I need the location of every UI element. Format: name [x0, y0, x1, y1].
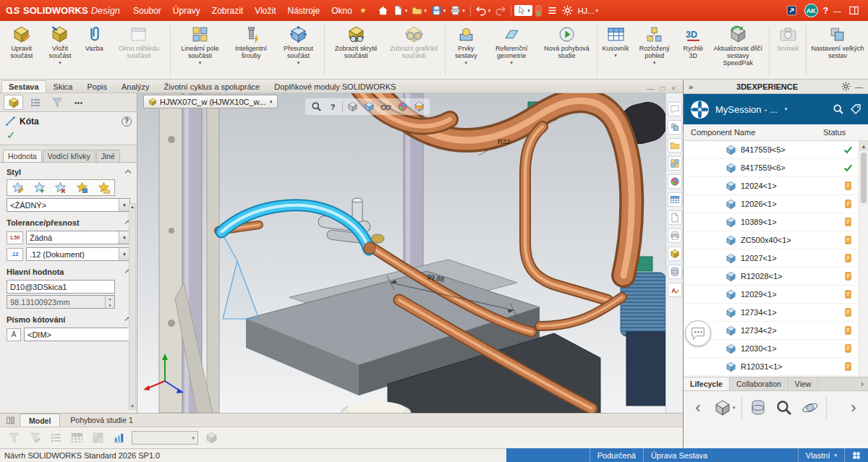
- style-load-icon[interactable]: [93, 180, 114, 195]
- component-row[interactable]: 12026<1>: [684, 195, 868, 213]
- component-row[interactable]: 8417559<6>: [684, 159, 868, 177]
- undo-icon[interactable]: ▾: [475, 3, 493, 19]
- ribbon-prvky-sestavy-button[interactable]: Prvky sestavy▾: [448, 23, 485, 78]
- component-row[interactable]: R12028<1>: [684, 268, 868, 286]
- ribbon-nastaveni-velkych-sestav-button[interactable]: Nastavení velkých sestav: [809, 23, 867, 78]
- display-style-icon[interactable]: [362, 100, 376, 114]
- property-manager-tab[interactable]: [4, 95, 23, 110]
- tab-pohybova-studie[interactable]: Pohybová studie 1: [61, 414, 141, 427]
- ribbon-inteligentni-srouby-button[interactable]: Inteligentní šrouby: [228, 23, 275, 78]
- component-row[interactable]: 12734<2>: [684, 322, 868, 340]
- document-switcher[interactable]: HJ...▾: [578, 7, 598, 15]
- open-document-icon[interactable]: ▾: [410, 3, 428, 19]
- pane-splitter-icons[interactable]: [3, 414, 18, 427]
- menu-upravy[interactable]: Úpravy: [167, 0, 206, 21]
- tab-popis[interactable]: Popis: [80, 80, 115, 93]
- dimension-font-section-header[interactable]: Písmo kótování: [0, 310, 137, 326]
- messages-icon[interactable]: [668, 102, 682, 116]
- ribbon-kusovnik-button[interactable]: Kusovník▾: [600, 23, 631, 78]
- search-model-button[interactable]: [774, 395, 794, 421]
- pdm-vault-icon[interactable]: [668, 265, 682, 279]
- options-list-icon[interactable]: [545, 3, 559, 19]
- view-orientation-icon[interactable]: [345, 100, 359, 114]
- panel-scrollbar[interactable]: ▲ ▼: [129, 203, 136, 410]
- ribbon-upravit-soucast-button[interactable]: Upravit součást: [1, 23, 42, 78]
- panes-layout-icon[interactable]: [847, 3, 861, 19]
- menu-zobrazit[interactable]: Zobrazit: [206, 0, 249, 21]
- ok-button[interactable]: ✓: [7, 129, 16, 141]
- scrollbar-thumb[interactable]: [861, 153, 867, 203]
- 3d-model-scene[interactable]: 99.88 R32: [137, 93, 665, 413]
- precision-dropdown[interactable]: .12 (Dokument)▾: [26, 247, 130, 261]
- filter-cube-icon[interactable]: [203, 430, 219, 446]
- scroll-up-icon[interactable]: ▲: [130, 205, 135, 209]
- tolerance-dropdown[interactable]: Žádná▾: [26, 231, 130, 244]
- assistant-bubble-button[interactable]: [685, 320, 711, 346]
- child-minimize-icon[interactable]: —: [647, 85, 654, 93]
- radius-text[interactable]: R32: [498, 137, 510, 145]
- annotations-icon[interactable]: A: [668, 283, 682, 297]
- tab-collaboration[interactable]: Collaboration: [730, 377, 788, 390]
- ribbon-vazba-button[interactable]: Vazba: [78, 23, 110, 78]
- component-row[interactable]: 12027<1>: [684, 249, 868, 268]
- design-library-icon[interactable]: [668, 120, 682, 134]
- tab-sestava[interactable]: Sestava: [1, 80, 46, 93]
- forward-arrow-icon[interactable]: ›: [843, 395, 864, 421]
- scroll-up-icon[interactable]: ▲: [859, 141, 868, 151]
- configuration-selector[interactable]: Vlastní▾: [798, 448, 844, 462]
- primary-value-section-header[interactable]: Hlavní hodnota: [0, 262, 137, 278]
- ribbon-aktualizovat-speedpak-button[interactable]: Aktualizovat dílčí sestavy SpeedPak: [709, 23, 767, 78]
- component-row[interactable]: 12024<1>: [684, 177, 868, 195]
- graphics-viewport[interactable]: 99.88 R32 HJWX07C_w (HJWX10C_w... ▾ ?: [137, 93, 665, 413]
- search-icon[interactable]: [833, 103, 844, 115]
- filter-dropdown[interactable]: ▾: [132, 431, 198, 445]
- statistics-chart-icon[interactable]: [111, 430, 127, 446]
- scroll-down-icon[interactable]: ▼: [130, 404, 135, 408]
- orbit-view-button[interactable]: [800, 395, 820, 421]
- zoom-help-icon[interactable]: ?: [326, 100, 340, 114]
- panel-minimize-icon[interactable]: —: [855, 82, 863, 91]
- 3ds-compass-icon[interactable]: [690, 100, 710, 119]
- zoom-fit-icon[interactable]: [309, 100, 323, 114]
- user-avatar[interactable]: AK: [804, 4, 818, 17]
- ribbon-nova-pohybova-studie-button[interactable]: Nová pohybová studie: [539, 23, 595, 78]
- document-tab[interactable]: HJWX07C_w (HJWX10C_w... ▾: [143, 95, 278, 108]
- save-icon[interactable]: ▾: [430, 3, 448, 19]
- tab-lifecycle[interactable]: Lifecycle: [684, 377, 730, 390]
- database-button[interactable]: [748, 395, 768, 421]
- documents-icon[interactable]: [668, 210, 682, 225]
- ribbon-rychle-3d-button[interactable]: Rychlé 3D: [677, 23, 709, 78]
- component-row[interactable]: 12029<1>: [684, 286, 868, 304]
- menu-vlozit[interactable]: Vložit: [249, 0, 281, 21]
- view-palette-icon[interactable]: [668, 156, 682, 171]
- edit-appearance-icon[interactable]: [395, 100, 409, 114]
- rebuild-indicator-icon[interactable]: [535, 5, 542, 17]
- custom-properties-icon[interactable]: [668, 192, 682, 207]
- component-list-scrollbar[interactable]: ▲: [859, 141, 868, 377]
- filter-tab[interactable]: [47, 95, 67, 110]
- menu-okno[interactable]: Okno: [326, 0, 358, 21]
- menu-nastroje[interactable]: Nástroje: [282, 0, 326, 21]
- tolerance-section-header[interactable]: Tolerance/přesnost: [0, 213, 137, 229]
- print-icon[interactable]: ▾: [448, 3, 467, 19]
- tab-model[interactable]: Model: [20, 414, 60, 427]
- value-spinner[interactable]: ▴▾: [105, 296, 114, 308]
- ribbon-referencni-geometrie-button[interactable]: Referenční geometrie▾: [484, 23, 538, 78]
- child-close-icon[interactable]: ×: [671, 85, 676, 93]
- filter-toggle-icon[interactable]: [6, 430, 22, 446]
- spin-down-icon[interactable]: ▾: [106, 302, 114, 309]
- edit-filter-icon[interactable]: [27, 430, 43, 446]
- file-explorer-icon[interactable]: [668, 138, 682, 153]
- tab-zivotni-cyklus[interactable]: Životní cyklus a spolupráce: [157, 80, 268, 93]
- filter-table-icon[interactable]: [69, 430, 85, 446]
- tab-hodnota[interactable]: Hodnota: [3, 150, 42, 162]
- dimension-value-input[interactable]: 98.13100923mm▴▾: [7, 295, 115, 309]
- tab-jine[interactable]: Jiné: [96, 150, 120, 162]
- child-restore-icon[interactable]: □: [660, 85, 665, 93]
- menu-soubor[interactable]: Soubor: [127, 0, 167, 21]
- ribbon-rozlozeny-pohled-button[interactable]: Rozložený pohled▾: [631, 23, 677, 78]
- component-row[interactable]: 10389<1>: [684, 213, 868, 231]
- section-view-icon[interactable]: [412, 100, 426, 114]
- help-icon[interactable]: ?: [823, 6, 828, 16]
- tab-skica[interactable]: Skica: [46, 80, 80, 93]
